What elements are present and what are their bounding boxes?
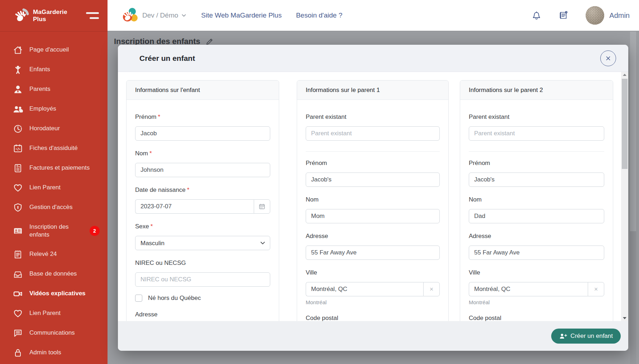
nirec-label: NIREC ou NECSG (135, 259, 270, 267)
sidebar-item-page-accueil[interactable]: Page d'accueil (0, 40, 108, 60)
adresse-input[interactable] (469, 246, 604, 260)
chevron-down-icon (181, 13, 187, 18)
sidebar-item-parents[interactable]: Parents (0, 79, 108, 99)
environment-label: Dev / Démo (142, 11, 178, 19)
sidebar-item-communications[interactable]: Communications (0, 323, 108, 343)
parent1-info-card: Informations sur le parent 1 Parent exis… (297, 80, 449, 321)
sidebar-item-label: Relevé 24 (29, 250, 57, 258)
attendance-calendar-icon (13, 144, 23, 154)
brand-hands-logo-icon (13, 8, 29, 24)
notification-badge: 2 (90, 226, 100, 236)
sidebar-item-label: Fiches d'assiduité (29, 144, 78, 152)
ville-hint: Montréal (469, 299, 604, 305)
brand-name: MaGarderie Plus (33, 9, 67, 23)
calendar-picker-button[interactable] (254, 199, 270, 214)
sidebar-item-lien-parent[interactable]: Lien Parent (0, 178, 108, 198)
sidebar-toggle-icon[interactable] (86, 12, 99, 19)
section-divider (469, 151, 604, 152)
prenom-input[interactable] (306, 173, 440, 187)
required-marker: * (151, 223, 153, 230)
code-postal-field: Code postal (469, 315, 604, 321)
link-site-web[interactable]: Site Web MaGarderie Plus (201, 11, 282, 19)
nom-input[interactable] (135, 163, 270, 177)
link-besoin-aide[interactable]: Besoin d'aide ? (296, 11, 342, 19)
heart-icon (13, 183, 23, 193)
sidebar-item-enfants[interactable]: Enfants (0, 60, 108, 79)
ville-label: Ville (469, 269, 604, 276)
checkbox[interactable] (135, 295, 142, 302)
invoice-icon: $ (13, 163, 23, 173)
modal-scrollbar[interactable] (621, 72, 628, 321)
ville-field: Ville × Montréal (306, 269, 440, 305)
sidebar-item-gestion-acces[interactable]: Gestion d'accès (0, 198, 108, 217)
parent-existant-input[interactable] (306, 126, 440, 141)
parent-existant-field: Parent existant (306, 113, 440, 141)
ne-hors-quebec-checkbox-row[interactable]: Né hors du Québec (135, 295, 270, 302)
sidebar-item-factures[interactable]: $ Factures et paiements (0, 158, 108, 178)
bell-icon[interactable] (530, 9, 543, 21)
clear-city-button[interactable]: × (423, 282, 440, 296)
sidebar-item-videos-explicatives[interactable]: Vidéos explicatives (0, 284, 108, 304)
sidebar-item-label: Vidéos explicatives (29, 290, 86, 297)
scroll-down-arrow[interactable] (621, 315, 628, 321)
clear-city-button[interactable]: × (588, 282, 604, 296)
sexe-select[interactable]: Masculin (135, 236, 270, 250)
adresse-input[interactable] (306, 246, 440, 260)
card-title: Informations sur l'enfant (127, 81, 279, 100)
required-marker: * (149, 150, 152, 157)
dob-field: Date de naissance* (135, 186, 270, 214)
sidebar-nav: Page d'accueil Enfants Parents (0, 31, 108, 363)
modal-scrollbar-thumb[interactable] (622, 79, 628, 169)
svg-text:$: $ (16, 165, 18, 168)
sidebar-item-label: Employés (29, 105, 56, 113)
nirec-input[interactable] (135, 272, 270, 287)
avatar[interactable] (586, 6, 604, 25)
child-icon (13, 65, 23, 75)
card-title: Informations sur le parent 2 (460, 81, 613, 100)
sidebar-item-admin-tools[interactable]: Admin tools (0, 343, 108, 363)
topbar-right: Admin (530, 6, 630, 25)
dob-input[interactable] (135, 199, 254, 214)
sidebar-item-base-donnees[interactable]: Base de données (0, 264, 108, 284)
parent-existant-field: Parent existant (469, 113, 604, 141)
shield-icon (13, 203, 23, 213)
sidebar-item-label: Page d'accueil (29, 46, 69, 54)
ville-label: Ville (306, 269, 440, 276)
card-title: Informations sur le parent 1 (297, 81, 448, 100)
adresse-label: Adresse (469, 233, 604, 240)
prenom-label: Prénom (469, 160, 604, 167)
ville-input[interactable] (469, 282, 588, 296)
sidebar-item-releve-24[interactable]: Relevé 24 (0, 244, 108, 264)
sidebar-item-label: Inscription des enfants (29, 223, 86, 239)
parent-existant-input[interactable] (469, 126, 604, 141)
user-name[interactable]: Admin (609, 11, 630, 20)
clock-icon (13, 124, 23, 134)
ville-input[interactable] (306, 282, 423, 296)
create-child-button[interactable]: Créer un enfant (551, 329, 621, 344)
prenom-label: Prénom (135, 113, 157, 120)
sidebar-item-lien-parent-2[interactable]: Lien Parent (0, 304, 108, 323)
sidebar-item-employes[interactable]: Employés (0, 99, 108, 119)
environment-dropdown[interactable]: Dev / Démo (142, 11, 187, 19)
nom-label: Nom (469, 196, 604, 203)
id-card-icon (13, 226, 23, 236)
parent-existant-label: Parent existant (469, 113, 604, 121)
nom-input[interactable] (469, 209, 604, 223)
database-icon (13, 269, 23, 279)
sidebar-item-horodateur[interactable]: Horodateur (0, 119, 108, 139)
sidebar-item-label: Parents (29, 85, 51, 93)
scroll-up-arrow[interactable] (621, 72, 628, 78)
prenom-input[interactable] (469, 173, 604, 187)
page-scrollbar[interactable] (630, 31, 636, 364)
code-postal-field: Code postal (306, 315, 440, 321)
code-postal-label: Code postal (306, 315, 440, 321)
page-scrollbar-thumb[interactable] (630, 31, 636, 231)
prenom-input[interactable] (135, 126, 270, 141)
sidebar-item-label: Gestion d'accès (29, 203, 72, 211)
nom-input[interactable] (306, 209, 440, 223)
sidebar-item-inscription-enfants[interactable]: Inscription des enfants 2 (0, 217, 108, 244)
notes-clipboard-icon[interactable] (558, 9, 570, 21)
close-button[interactable] (600, 50, 616, 66)
sidebar-item-fiches-assiduite[interactable]: Fiches d'assiduité (0, 139, 108, 158)
calendar-icon (258, 203, 266, 210)
